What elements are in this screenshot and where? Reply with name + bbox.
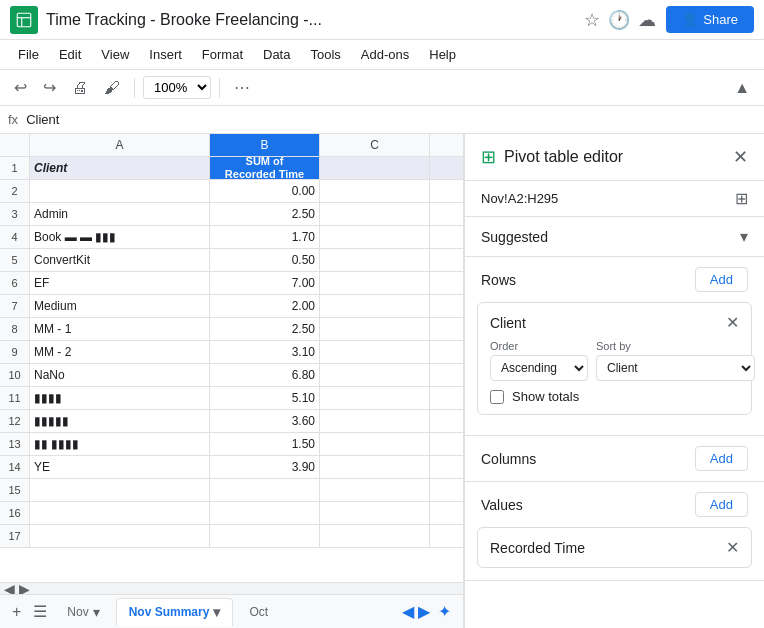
cell-c17[interactable] [320, 525, 430, 547]
cell-b3[interactable]: 2.50 [210, 203, 320, 225]
cell-c13[interactable] [320, 433, 430, 455]
cell-c12[interactable] [320, 410, 430, 432]
client-card-close-button[interactable]: ✕ [726, 313, 739, 332]
menu-tools[interactable]: Tools [302, 45, 348, 64]
cell-b7[interactable]: 2.00 [210, 295, 320, 317]
col-header-c[interactable]: C [320, 134, 430, 156]
cell-c5[interactable] [320, 249, 430, 271]
more-button[interactable]: ⋯ [228, 74, 256, 101]
rows-add-button[interactable]: Add [695, 267, 748, 292]
cloud-icon[interactable]: ☁ [638, 9, 656, 31]
cell-a3[interactable]: Admin [30, 203, 210, 225]
add-sheet-button[interactable]: + [8, 599, 25, 625]
star-icon[interactable]: ☆ [584, 9, 600, 31]
redo-button[interactable]: ↪ [37, 74, 62, 101]
cell-c3[interactable] [320, 203, 430, 225]
menu-help[interactable]: Help [421, 45, 464, 64]
col-header-a[interactable]: A [30, 134, 210, 156]
rows-section-content: Client ✕ Order Ascending Descending S [465, 302, 764, 435]
cell-b14[interactable]: 3.90 [210, 456, 320, 478]
horizontal-scrollbar[interactable]: ◀ ▶ [0, 582, 463, 594]
cell-a4[interactable]: Book ▬ ▬ ▮▮▮ [30, 226, 210, 248]
tab-nov[interactable]: Nov ▾ [55, 598, 111, 626]
cell-b11[interactable]: 5.10 [210, 387, 320, 409]
menu-format[interactable]: Format [194, 45, 251, 64]
nav-right-icon[interactable]: ▶ [418, 602, 430, 621]
cell-b15[interactable] [210, 479, 320, 501]
cell-b2[interactable]: 0.00 [210, 180, 320, 202]
section-suggested-header[interactable]: Suggested ▾ [465, 217, 764, 256]
cell-c4[interactable] [320, 226, 430, 248]
pivot-close-button[interactable]: ✕ [733, 146, 748, 168]
menu-file[interactable]: File [10, 45, 47, 64]
all-sheets-button[interactable]: ☰ [29, 598, 51, 625]
menu-data[interactable]: Data [255, 45, 298, 64]
sheet-tabs: + ☰ Nov ▾ Nov Summary ▾ Oct ◀ ▶ ✦ [0, 594, 463, 628]
cell-c2[interactable] [320, 180, 430, 202]
cell-a12[interactable]: ▮▮▮▮▮ [30, 410, 210, 432]
row-number: 5 [0, 249, 30, 271]
cell-c1[interactable] [320, 157, 430, 179]
cell-a15[interactable] [30, 479, 210, 501]
nav-left-icon[interactable]: ◀ [402, 602, 414, 621]
cell-a9[interactable]: MM - 2 [30, 341, 210, 363]
share-button[interactable]: 👤 Share [666, 6, 754, 33]
cell-b8[interactable]: 2.50 [210, 318, 320, 340]
cell-b1[interactable]: SUM of Recorded Time [210, 157, 320, 179]
clock-icon[interactable]: 🕐 [608, 9, 630, 31]
order-select[interactable]: Ascending Descending [490, 355, 588, 381]
cell-a17[interactable] [30, 525, 210, 547]
menu-view[interactable]: View [93, 45, 137, 64]
title-bar: Time Tracking - Brooke Freelancing -... … [0, 0, 764, 40]
paint-format-button[interactable]: 🖌 [98, 75, 126, 101]
cell-a11[interactable]: ▮▮▮▮ [30, 387, 210, 409]
cell-c7[interactable] [320, 295, 430, 317]
cell-c16[interactable] [320, 502, 430, 524]
sortby-select[interactable]: Client SUM of Recorded Time [596, 355, 755, 381]
cell-a14[interactable]: YE [30, 456, 210, 478]
cell-a10[interactable]: NaNo [30, 364, 210, 386]
cell-a8[interactable]: MM - 1 [30, 318, 210, 340]
columns-add-button[interactable]: Add [695, 446, 748, 471]
cell-a16[interactable] [30, 502, 210, 524]
tab-nov-summary[interactable]: Nov Summary ▾ [116, 598, 234, 626]
cell-c14[interactable] [320, 456, 430, 478]
data-range-grid-icon[interactable]: ⊞ [735, 189, 748, 208]
undo-button[interactable]: ↩ [8, 74, 33, 101]
col-header-b[interactable]: B [210, 134, 320, 156]
cell-a5[interactable]: ConvertKit [30, 249, 210, 271]
cell-c11[interactable] [320, 387, 430, 409]
cell-b12[interactable]: 3.60 [210, 410, 320, 432]
cell-a1[interactable]: Client [30, 157, 210, 179]
cell-c6[interactable] [320, 272, 430, 294]
cell-b13[interactable]: 1.50 [210, 433, 320, 455]
collapse-button[interactable]: ▲ [728, 75, 756, 101]
cell-c10[interactable] [320, 364, 430, 386]
zoom-select[interactable]: 100% 75% 150% [143, 76, 211, 99]
cell-b16[interactable] [210, 502, 320, 524]
cell-b17[interactable] [210, 525, 320, 547]
cell-b10[interactable]: 6.80 [210, 364, 320, 386]
menu-edit[interactable]: Edit [51, 45, 89, 64]
menu-addons[interactable]: Add-ons [353, 45, 417, 64]
cell-b9[interactable]: 3.10 [210, 341, 320, 363]
menu-insert[interactable]: Insert [141, 45, 190, 64]
show-totals-checkbox[interactable] [490, 390, 504, 404]
formula-input[interactable] [26, 112, 756, 127]
recorded-time-close-button[interactable]: ✕ [726, 538, 739, 557]
cell-c15[interactable] [320, 479, 430, 501]
print-button[interactable]: 🖨 [66, 75, 94, 101]
explore-button[interactable]: ✦ [434, 598, 455, 625]
cell-b4[interactable]: 1.70 [210, 226, 320, 248]
cell-c8[interactable] [320, 318, 430, 340]
cell-c9[interactable] [320, 341, 430, 363]
cell-a7[interactable]: Medium [30, 295, 210, 317]
cell-b5[interactable]: 0.50 [210, 249, 320, 271]
tab-oct[interactable]: Oct [237, 598, 280, 626]
cell-a2[interactable] [30, 180, 210, 202]
values-add-button[interactable]: Add [695, 492, 748, 517]
cell-b6[interactable]: 7.00 [210, 272, 320, 294]
cell-a6[interactable]: EF [30, 272, 210, 294]
share-person-icon: 👤 [682, 12, 698, 27]
cell-a13[interactable]: ▮▮ ▮▮▮▮ [30, 433, 210, 455]
